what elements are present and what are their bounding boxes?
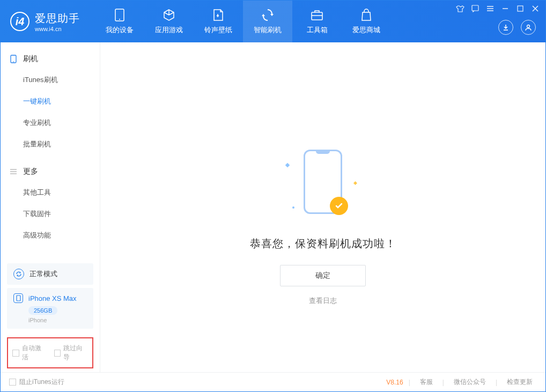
sparkle-icon — [285, 163, 290, 167]
footer-link-support[interactable]: 客服 — [416, 378, 437, 387]
logo-icon: i4 — [10, 12, 29, 31]
user-button[interactable] — [521, 20, 536, 35]
app-subtitle: www.i4.cn — [35, 26, 80, 32]
device-name: iPhone XS Max — [28, 294, 77, 302]
sidebar: 刷机 iTunes刷机 一键刷机 专业刷机 批量刷机 更多 其他工具 下载固件 … — [1, 42, 100, 373]
svg-rect-3 — [472, 5, 478, 11]
section-flash: 刷机 iTunes刷机 一键刷机 专业刷机 批量刷机 — [1, 42, 100, 155]
app-logo[interactable]: i4 爱思助手 www.i4.cn — [1, 11, 90, 32]
menu-icon[interactable] — [485, 4, 495, 13]
section-title: 更多 — [23, 167, 38, 176]
footer-left: 阻止iTunes运行 — [9, 378, 64, 387]
refresh-shield-icon — [260, 8, 275, 22]
version-label: V8.16 — [386, 379, 403, 386]
window-controls — [455, 4, 540, 13]
tab-apps-games[interactable]: 应用游戏 — [144, 1, 194, 42]
sidebar-item-download-firmware[interactable]: 下载固件 — [1, 203, 100, 225]
tab-toolbox[interactable]: 工具箱 — [292, 1, 342, 42]
option-label: 自动激活 — [22, 344, 47, 362]
header-actions — [498, 20, 536, 35]
success-illustration — [288, 150, 358, 219]
flash-options: 自动激活 跳过向导 — [7, 337, 93, 368]
sidebar-item-itunes-flash[interactable]: iTunes刷机 — [1, 69, 100, 91]
option-skip-guide[interactable]: 跳过向导 — [54, 344, 88, 362]
svg-point-5 — [527, 25, 530, 28]
close-icon[interactable] — [530, 4, 540, 13]
section-title: 刷机 — [23, 54, 38, 64]
tab-label: 我的设备 — [106, 25, 134, 35]
phone-small-icon — [13, 293, 23, 303]
tab-label: 工具箱 — [307, 25, 328, 35]
cube-icon — [161, 8, 176, 22]
sidebar-item-advanced[interactable]: 高级功能 — [1, 225, 100, 246]
block-itunes-label: 阻止iTunes运行 — [19, 378, 64, 387]
tab-label: 应用游戏 — [155, 25, 183, 35]
list-icon — [9, 167, 18, 176]
checkbox[interactable] — [12, 350, 19, 357]
shirt-icon[interactable] — [455, 4, 465, 13]
tab-smart-flash[interactable]: 智能刷机 — [243, 1, 292, 42]
device-type: iPhone — [28, 317, 87, 323]
mode-selector[interactable]: 正常模式 — [7, 263, 93, 285]
shopping-bag-icon — [359, 8, 374, 22]
view-log-link[interactable]: 查看日志 — [100, 296, 545, 306]
music-file-icon — [211, 8, 226, 22]
download-button[interactable] — [498, 20, 513, 35]
sparkle-icon — [292, 206, 294, 209]
footer-link-wechat[interactable]: 微信公众号 — [449, 378, 490, 387]
tab-label: 爱思商城 — [352, 25, 380, 35]
sidebar-item-other-tools[interactable]: 其他工具 — [1, 182, 100, 203]
nav-tabs: 我的设备 应用游戏 铃声壁纸 智能刷机 工具箱 爱思商城 — [95, 1, 391, 42]
svg-rect-4 — [518, 6, 523, 11]
device-icon — [9, 55, 18, 63]
footer-link-update[interactable]: 检查更新 — [503, 378, 537, 387]
logo-text: 爱思助手 www.i4.cn — [35, 11, 80, 32]
option-auto-activate[interactable]: 自动激活 — [12, 344, 47, 362]
sparkle-icon — [353, 181, 357, 185]
briefcase-icon — [309, 8, 324, 22]
svg-point-1 — [119, 19, 120, 20]
mode-label: 正常模式 — [29, 269, 57, 279]
maximize-icon[interactable] — [515, 4, 525, 13]
svg-point-7 — [13, 61, 14, 62]
section-more: 更多 其他工具 下载固件 高级功能 — [1, 155, 100, 246]
footer-right: V8.16 | 客服 | 微信公众号 | 检查更新 — [386, 378, 537, 387]
svg-rect-8 — [17, 295, 20, 301]
device-info[interactable]: iPhone XS Max 256GB iPhone — [7, 288, 93, 329]
minimize-icon[interactable] — [500, 4, 510, 13]
tab-ringtone-wallpaper[interactable]: 铃声壁纸 — [194, 1, 243, 42]
tab-my-device[interactable]: 我的设备 — [95, 1, 144, 42]
success-message: 恭喜您，保资料刷机成功啦！ — [100, 236, 545, 251]
tab-label: 铃声壁纸 — [204, 25, 232, 35]
sidebar-item-batch-flash[interactable]: 批量刷机 — [1, 134, 100, 155]
check-badge-icon — [330, 197, 348, 215]
checkbox-block-itunes[interactable] — [9, 379, 16, 386]
sidebar-item-oneclick-flash[interactable]: 一键刷机 — [1, 91, 100, 112]
footer: 阻止iTunes运行 V8.16 | 客服 | 微信公众号 | 检查更新 — [1, 372, 545, 391]
section-header-flash[interactable]: 刷机 — [1, 49, 100, 69]
main-panel: 恭喜您，保资料刷机成功啦！ 确定 查看日志 — [100, 42, 545, 373]
sync-icon — [13, 269, 24, 279]
header: i4 爱思助手 www.i4.cn 我的设备 应用游戏 铃声壁纸 智能刷机 工具… — [1, 1, 545, 42]
feedback-icon[interactable] — [470, 4, 480, 13]
confirm-button[interactable]: 确定 — [280, 265, 366, 286]
app-title: 爱思助手 — [35, 11, 80, 26]
checkbox[interactable] — [54, 350, 61, 357]
sidebar-item-pro-flash[interactable]: 专业刷机 — [1, 112, 100, 134]
content: 刷机 iTunes刷机 一键刷机 专业刷机 批量刷机 更多 其他工具 下载固件 … — [1, 42, 545, 373]
device-storage: 256GB — [28, 306, 57, 315]
option-label: 跳过向导 — [63, 344, 88, 362]
svg-rect-2 — [312, 12, 322, 20]
tab-label: 智能刷机 — [254, 25, 282, 35]
phone-icon — [112, 8, 127, 22]
section-header-more[interactable]: 更多 — [1, 161, 100, 182]
tab-store[interactable]: 爱思商城 — [342, 1, 391, 42]
